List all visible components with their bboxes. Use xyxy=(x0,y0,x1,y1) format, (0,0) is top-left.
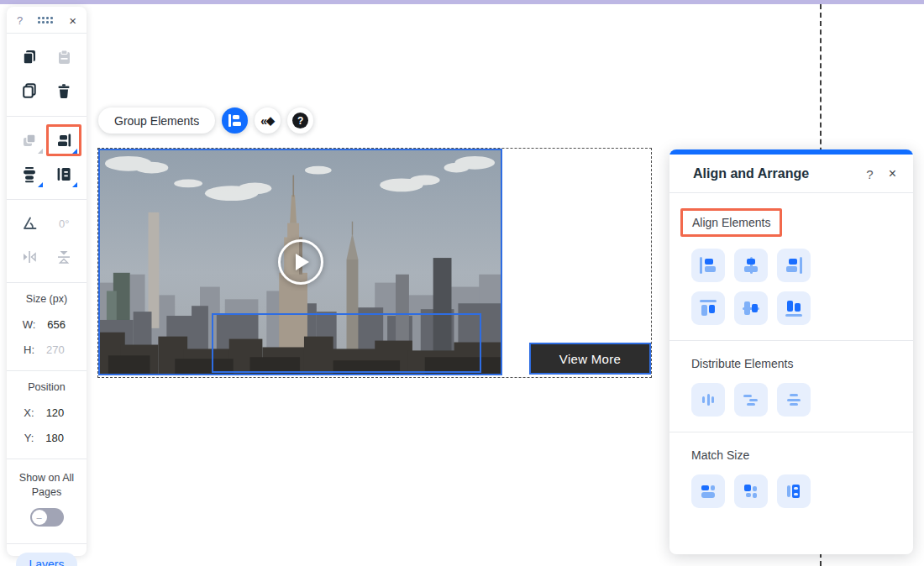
flip-horizontal-icon xyxy=(15,243,44,271)
duplicate-icon[interactable] xyxy=(15,76,44,105)
width-label: W: xyxy=(23,318,36,331)
panel-title: Align and Arrange xyxy=(693,166,866,181)
nested-element-selection-outline[interactable] xyxy=(212,313,481,373)
y-value[interactable]: 180 xyxy=(45,432,69,444)
distribute-vertically-button[interactable] xyxy=(777,383,811,417)
toolbar-close-icon[interactable]: × xyxy=(69,14,76,27)
align-elements-highlight-box: Align Elements xyxy=(680,208,782,237)
match-size-section: Match Size xyxy=(669,432,913,523)
animation-button[interactable]: «◆ xyxy=(255,107,281,134)
align-icon xyxy=(228,114,241,127)
align-bottom-button[interactable] xyxy=(777,291,811,325)
align-middle-vertical-button[interactable] xyxy=(734,291,768,325)
selection-action-row: Group Elements «◆ ? xyxy=(98,107,313,134)
toolbar-help-icon[interactable]: ? xyxy=(17,14,23,27)
distribute-evenly-button[interactable] xyxy=(734,383,768,417)
height-label: H: xyxy=(24,343,34,356)
quick-actions-toolbar: ? × xyxy=(7,7,87,556)
panel-close-icon[interactable]: × xyxy=(889,167,896,181)
distribute-elements-section: Distribute Elements xyxy=(669,341,913,432)
y-label: Y: xyxy=(24,432,34,444)
match-size-icon[interactable] xyxy=(50,160,78,188)
match-width-button[interactable] xyxy=(691,474,725,508)
align-top-button[interactable] xyxy=(691,291,725,325)
drag-handle-icon[interactable] xyxy=(38,17,54,24)
align-elements-label: Align Elements xyxy=(692,216,770,229)
distribute-icon[interactable] xyxy=(15,160,44,188)
align-right-button[interactable] xyxy=(777,249,811,282)
show-on-all-pages-label: Show on All Pages xyxy=(12,466,81,506)
align-and-arrange-panel: Align and Arrange ? × Align Elements xyxy=(669,149,913,554)
align-center-horizontal-button[interactable] xyxy=(734,249,768,282)
page-top-strip xyxy=(0,0,924,4)
layers-button[interactable]: Layers xyxy=(16,553,76,566)
view-more-button[interactable]: View More xyxy=(529,343,651,375)
x-label: X: xyxy=(24,406,34,419)
trash-icon[interactable] xyxy=(50,76,78,105)
play-button[interactable] xyxy=(278,239,323,285)
arrange-icon[interactable] xyxy=(50,126,78,155)
height-value[interactable]: 270 xyxy=(46,343,70,356)
align-elements-section: Align Elements xyxy=(669,193,913,341)
play-icon xyxy=(296,254,309,270)
show-on-all-pages-toggle[interactable]: – xyxy=(30,508,64,527)
distribute-elements-label: Distribute Elements xyxy=(691,357,793,370)
copy-design-icon xyxy=(15,126,44,155)
flip-vertical-icon xyxy=(50,243,78,271)
copy-icon[interactable] xyxy=(15,43,44,71)
position-section-title: Position xyxy=(12,378,81,400)
match-size-button[interactable] xyxy=(777,474,811,508)
rotation-value[interactable]: 0° xyxy=(50,209,78,238)
size-section-title: Size (px) xyxy=(12,290,81,312)
width-value[interactable]: 656 xyxy=(47,318,71,331)
distribute-horizontally-button[interactable] xyxy=(691,383,725,417)
rotate-icon[interactable] xyxy=(15,209,44,238)
animation-icon: «◆ xyxy=(260,114,275,128)
group-elements-button[interactable]: Group Elements xyxy=(98,107,215,134)
help-button[interactable]: ? xyxy=(287,107,313,134)
match-size-label: Match Size xyxy=(691,448,749,462)
x-value[interactable]: 120 xyxy=(46,406,70,419)
help-icon: ? xyxy=(292,113,308,128)
match-height-button[interactable] xyxy=(734,474,768,508)
paste-icon xyxy=(50,43,78,71)
panel-help-icon[interactable]: ? xyxy=(866,167,873,181)
align-left-button[interactable] xyxy=(691,249,725,282)
toggle-knob: – xyxy=(32,510,47,525)
align-button[interactable] xyxy=(222,107,248,134)
